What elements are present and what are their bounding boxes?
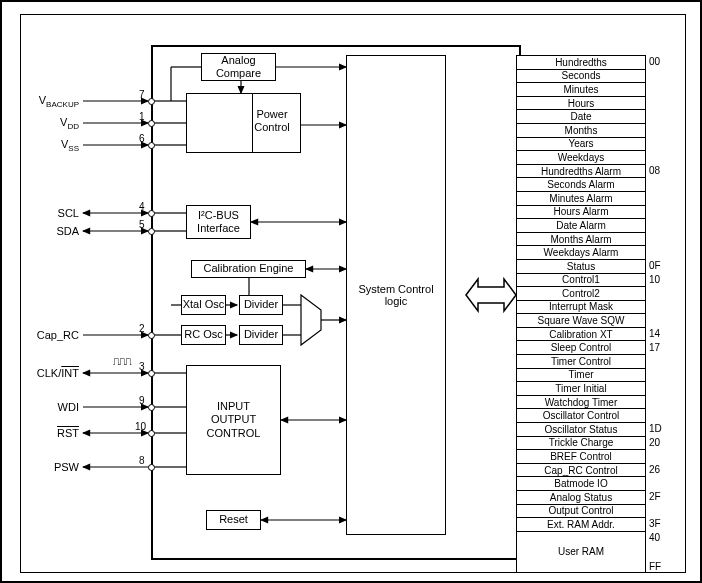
pin-num-8: 8 [139, 455, 145, 466]
pin-sda-label: SDA [9, 225, 79, 237]
pin-clkint-label: CLK/INT [9, 367, 79, 379]
register-address: 08 [649, 165, 669, 176]
register-row: Control1 [517, 274, 645, 288]
pin-wdi-label: WDI [9, 401, 79, 413]
register-row: Hours Alarm [517, 206, 645, 220]
register-user-ram: User RAM [517, 532, 645, 572]
block-reset: Reset [206, 510, 261, 530]
register-address: 00 [649, 56, 669, 67]
register-row: Timer [517, 369, 645, 383]
register-row: Hundredths [517, 56, 645, 70]
register-row: Sleep Control [517, 341, 645, 355]
pin-psw-label: PSW [9, 461, 79, 473]
block-analog-compare: Analog Compare [201, 53, 276, 81]
register-row: Minutes [517, 83, 645, 97]
pin-num-9: 9 [139, 395, 145, 406]
register-row: Date [517, 110, 645, 124]
register-address: 3F [649, 518, 669, 529]
pin-dot [148, 142, 155, 149]
register-address: FF [649, 561, 669, 572]
register-row: Oscillator Status [517, 423, 645, 437]
register-address: 1D [649, 423, 669, 434]
register-row: Hours [517, 97, 645, 111]
register-address: 0F [649, 260, 669, 271]
clk-waveform-icon: ⎍⎍⎍ [113, 355, 131, 368]
block-i2c: I²C-BUS Interface [186, 205, 251, 239]
register-row: Trickle Charge [517, 437, 645, 451]
register-row: Months Alarm [517, 233, 645, 247]
register-row: Interrupt Mask [517, 301, 645, 315]
register-address: 2F [649, 491, 669, 502]
register-row: Date Alarm [517, 219, 645, 233]
pin-num-10: 10 [135, 421, 146, 432]
register-row: Timer Control [517, 355, 645, 369]
register-address: 10 [649, 274, 669, 285]
pin-scl-label: SCL [9, 207, 79, 219]
register-row: Calibration XT [517, 328, 645, 342]
pin-dot [148, 210, 155, 217]
pin-caprc-label: Cap_RC [9, 329, 79, 341]
register-row: Output Control [517, 505, 645, 519]
register-row: BREF Control [517, 450, 645, 464]
block-system-control-logic: System Control logic [346, 55, 446, 535]
register-table: HundredthsSecondsMinutesHoursDateMonthsY… [516, 55, 646, 573]
pin-rst-label: RST [9, 427, 79, 439]
register-row: Control2 [517, 287, 645, 301]
pin-dot [148, 430, 155, 437]
pin-dot [148, 98, 155, 105]
pin-num-2: 2 [139, 323, 145, 334]
pin-num-3: 3 [139, 361, 145, 372]
block-divider-2: Divider [239, 325, 283, 345]
pin-dot [148, 464, 155, 471]
pin-num-1: 1 [139, 111, 145, 122]
register-row: Oscillator Control [517, 409, 645, 423]
pin-num-5: 5 [139, 219, 145, 230]
register-row: Hundredths Alarm [517, 165, 645, 179]
register-row: Weekdays [517, 151, 645, 165]
pin-num-6: 6 [139, 133, 145, 144]
register-row: Months [517, 124, 645, 138]
register-row: Seconds [517, 70, 645, 84]
pin-dot [148, 332, 155, 339]
register-row: Timer Initial [517, 382, 645, 396]
pin-vbackup-label: VBACKUP [9, 94, 79, 109]
pin-vss-label: VSS [9, 138, 79, 153]
block-divider-1: Divider [239, 295, 283, 315]
block-rc-osc: RC Osc [181, 325, 226, 345]
register-row: Analog Status [517, 491, 645, 505]
register-address: 40 [649, 532, 669, 543]
register-address: 14 [649, 328, 669, 339]
register-row: Batmode IO [517, 477, 645, 491]
pin-dot [148, 120, 155, 127]
register-row: Seconds Alarm [517, 178, 645, 192]
register-address: 20 [649, 437, 669, 448]
register-row: Years [517, 138, 645, 152]
pin-vdd-label: VDD [9, 116, 79, 131]
block-io-control: INPUT OUTPUT CONTROL [186, 365, 281, 475]
register-row: Weekdays Alarm [517, 246, 645, 260]
register-row: Ext. RAM Addr. [517, 518, 645, 532]
outer-frame: VBACKUP VDD VSS SCL SDA Cap_RC CLK/INT W… [0, 0, 702, 583]
register-address: 26 [649, 464, 669, 475]
block-power-control: Power Control [186, 93, 301, 153]
pin-dot [148, 228, 155, 235]
inner-frame: VBACKUP VDD VSS SCL SDA Cap_RC CLK/INT W… [20, 14, 686, 573]
register-row: Watchdog Timer [517, 396, 645, 410]
register-address: 17 [649, 342, 669, 353]
register-row: Status [517, 260, 645, 274]
block-calibration-engine: Calibration Engine [191, 260, 306, 278]
pin-num-7: 7 [139, 89, 145, 100]
register-row: Cap_RC Control [517, 464, 645, 478]
pin-dot [148, 370, 155, 377]
pin-dot [148, 404, 155, 411]
block-power-control-label: Power Control [252, 108, 292, 134]
register-row: Square Wave SQW [517, 314, 645, 328]
block-xtal-osc: Xtal Osc [181, 295, 226, 315]
pin-num-4: 4 [139, 201, 145, 212]
register-row: Minutes Alarm [517, 192, 645, 206]
